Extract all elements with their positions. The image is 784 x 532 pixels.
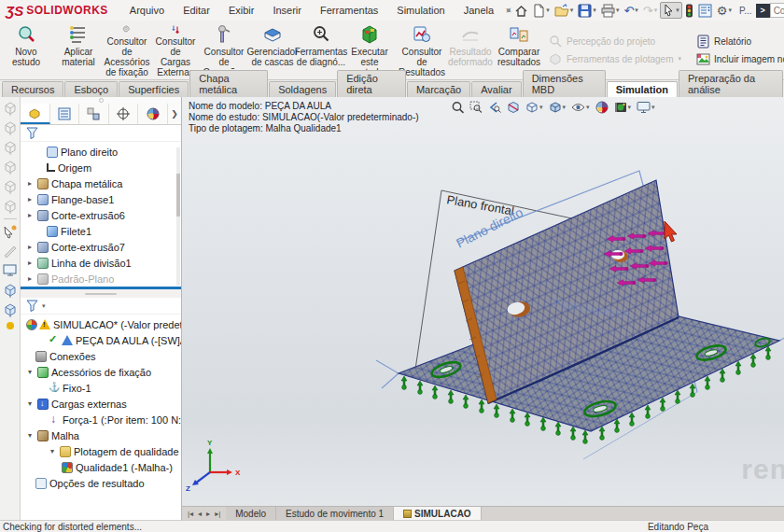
- filter-funnel-icon[interactable]: [26, 300, 38, 312]
- expand-arrow-icon[interactable]: [24, 211, 35, 219]
- tab-edicao-direta[interactable]: Edição direta: [337, 70, 406, 97]
- panel-tabs-chevron-icon[interactable]: ❯: [168, 104, 181, 124]
- tab-preparacao-analise[interactable]: Preparação da análise: [679, 70, 783, 97]
- screen-icon[interactable]: [3, 263, 18, 278]
- previous-view-button[interactable]: [487, 100, 502, 115]
- zoom-fit-button[interactable]: [450, 100, 465, 115]
- sim-item-forca1[interactable]: Força-1 (:Por item: 100 N:): [21, 412, 181, 427]
- sim-item-cargas[interactable]: Cargas externas: [21, 396, 181, 412]
- expand-arrow-icon[interactable]: [24, 274, 35, 283]
- rebuild-button[interactable]: [683, 3, 695, 19]
- layered-parts-icon[interactable]: [3, 283, 18, 298]
- view-cube-icon[interactable]: [3, 160, 18, 175]
- next-tab-icon[interactable]: ▸: [204, 510, 212, 518]
- tab-dimxpert[interactable]: [109, 104, 139, 124]
- collapse-arrow-icon[interactable]: [47, 447, 58, 455]
- redo-button[interactable]: ↷▾: [641, 4, 659, 18]
- tree-item-filete1[interactable]: Filete1: [21, 223, 181, 239]
- expand-arrow-icon[interactable]: [24, 179, 35, 188]
- graphics-viewport[interactable]: Nome do modelo: PEÇA DA AULA Nome do est…: [182, 97, 784, 506]
- undo-button[interactable]: ↶▾: [622, 4, 639, 18]
- include-image-report-button[interactable]: Incluir imagem no r: [696, 52, 784, 66]
- expand-arrow-icon[interactable]: [24, 195, 35, 203]
- save-button[interactable]: ▾: [576, 3, 598, 19]
- fixtures-advisor-button[interactable]: Consultor deAcessórios de fixação: [103, 21, 151, 78]
- sim-item-qualidade1[interactable]: Qualidade1 (-Malha-): [21, 459, 181, 475]
- layered-parts-icon[interactable]: [3, 302, 18, 317]
- tree-item-corte-extrusao7[interactable]: Corte-extrusão7: [21, 239, 181, 255]
- tree-item-corte-extrusao6[interactable]: Corte-extrusão6: [21, 207, 181, 223]
- options-button[interactable]: ⚙▾: [715, 4, 734, 18]
- tab-simulation[interactable]: Simulation: [607, 81, 678, 97]
- sim-item-estudo[interactable]: SIMULACAO* (-Valor predetern: [21, 316, 181, 332]
- tab-property-manager[interactable]: [50, 104, 80, 124]
- new-file-button[interactable]: ▾: [531, 3, 552, 19]
- tab-esboco[interactable]: Esboço: [64, 81, 118, 97]
- prev-tab-icon[interactable]: ◂: [196, 510, 203, 518]
- apply-material-button[interactable]: Aplicarmaterial: [54, 21, 103, 78]
- tab-chapa-metalica[interactable]: Chapa metálica: [189, 70, 268, 97]
- filter-funnel-icon[interactable]: [26, 127, 38, 139]
- sim-item-acessorios[interactable]: Acessórios de fixação: [21, 364, 181, 380]
- panel-splitter-handle[interactable]: [21, 289, 181, 298]
- tab-simulacao[interactable]: SIMULACAO: [394, 507, 482, 520]
- new-study-button[interactable]: Novoestudo: [2, 21, 50, 78]
- open-file-button[interactable]: ▾: [553, 3, 576, 19]
- collapse-arrow-icon[interactable]: [24, 368, 35, 376]
- selection-filter-icon[interactable]: [3, 224, 18, 239]
- print-button[interactable]: ▾: [599, 3, 622, 19]
- tab-estudo-movimento[interactable]: Estudo de movimento 1: [276, 507, 394, 520]
- tab-configurations[interactable]: [79, 104, 109, 124]
- select-tool-button[interactable]: ▾: [660, 2, 682, 19]
- display-style-button[interactable]: ▾: [548, 100, 567, 115]
- view-cube-icon[interactable]: [3, 120, 18, 135]
- collapse-arrow-icon[interactable]: [24, 399, 35, 408]
- view-cube-icon[interactable]: [3, 101, 18, 116]
- view-cube-icon[interactable]: [3, 140, 18, 155]
- view-cube-icon[interactable]: [3, 179, 18, 194]
- view-orientation-button[interactable]: ▾: [525, 100, 544, 115]
- properties-button[interactable]: [696, 3, 714, 19]
- sim-item-opcoes[interactable]: Opções de resultado: [21, 475, 181, 491]
- panel-handle[interactable]: [21, 97, 181, 104]
- tree-scrollbar[interactable]: [176, 147, 180, 286]
- view-cube-icon[interactable]: [3, 199, 18, 214]
- tab-nav-buttons[interactable]: |◂ ◂ ▸ ▸|: [182, 507, 226, 520]
- tab-avaliar[interactable]: Avaliar: [471, 81, 521, 97]
- tree-item-linha-divisao1[interactable]: Linha de divisão1: [21, 255, 181, 271]
- tree-item-flange-base1[interactable]: Flange-base1: [21, 191, 181, 207]
- tree-item-padrao-plano[interactable]: Padrão-Plano: [21, 271, 181, 287]
- collapse-arrow-icon[interactable]: [24, 431, 35, 440]
- zoom-area-button[interactable]: [469, 100, 483, 115]
- tab-modelo[interactable]: Modelo: [226, 507, 276, 520]
- menu-janela[interactable]: Janela: [455, 3, 502, 18]
- sketch-icon[interactable]: [3, 244, 18, 259]
- tree-item-chapa-metalica[interactable]: Chapa metálica: [21, 175, 181, 191]
- tree-item-plano-direito[interactable]: Plano direito: [21, 144, 181, 160]
- tab-display-manager[interactable]: [138, 104, 168, 124]
- edit-appearance-button[interactable]: [595, 100, 609, 115]
- expand-arrow-icon[interactable]: [24, 259, 35, 267]
- home-button[interactable]: [512, 3, 530, 19]
- sim-item-peca[interactable]: PEÇA DA AULA (-[SW]AISI: [21, 332, 181, 348]
- view-settings-button[interactable]: ▾: [636, 100, 656, 115]
- sim-item-malha[interactable]: Malha: [21, 427, 181, 443]
- section-view-button[interactable]: [506, 100, 521, 115]
- menu-inserir[interactable]: Inserir: [264, 3, 310, 18]
- apply-scene-button[interactable]: ▾: [613, 100, 633, 115]
- hide-show-items-button[interactable]: ▾: [570, 100, 591, 115]
- sim-item-plotagem[interactable]: Plotagem de qualidade de: [21, 443, 181, 459]
- tab-feature-tree[interactable]: [21, 104, 50, 124]
- menu-editar[interactable]: Editar: [175, 3, 218, 18]
- sim-item-conexoes[interactable]: Conexões: [21, 348, 181, 364]
- first-tab-icon[interactable]: |◂: [186, 510, 195, 518]
- command-search-input[interactable]: [770, 3, 784, 18]
- menu-arquivo[interactable]: Arquivo: [121, 3, 173, 18]
- report-button[interactable]: Relatório: [696, 35, 784, 49]
- menu-ferramentas[interactable]: Ferramentas: [312, 3, 386, 18]
- tab-dimensoes-mbd[interactable]: Dimensões MBD: [523, 70, 606, 97]
- tab-soldagens[interactable]: Soldagens: [269, 81, 336, 97]
- menu-simulation[interactable]: Simulation: [388, 3, 453, 18]
- menu-exibir[interactable]: Exibir: [220, 3, 263, 18]
- last-tab-icon[interactable]: ▸|: [213, 510, 222, 518]
